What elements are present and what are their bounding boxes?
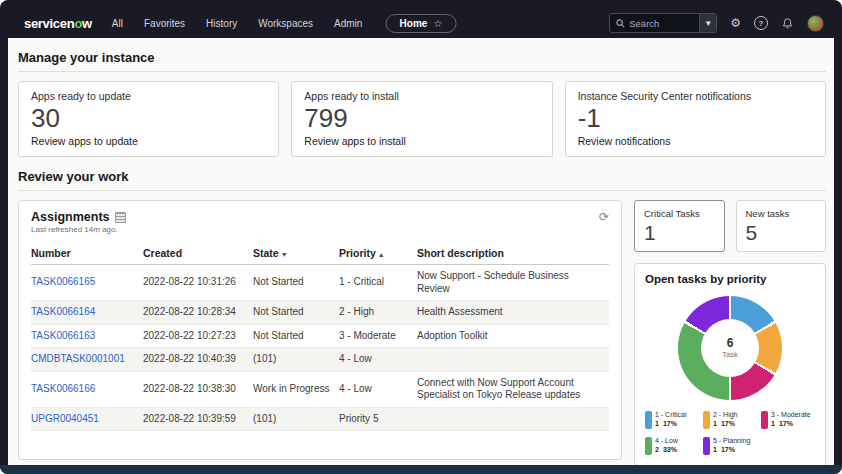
logo-text: servicen (24, 16, 74, 31)
state-cell: (101) (253, 408, 339, 431)
bottom-frame-strip (0, 465, 842, 474)
table-row[interactable]: TASK0066166 2022-08-22 10:38:30 Work in … (31, 372, 609, 408)
kpi-value: 30 (31, 105, 266, 131)
sort-asc-icon: ▲ (378, 251, 385, 258)
nav-item-favorites[interactable]: Favorites (144, 18, 185, 29)
table-row[interactable]: TASK0066164 2022-08-22 10:28:34 Not Star… (31, 301, 609, 325)
kpi-value: -1 (578, 105, 813, 131)
search-scope-dropdown[interactable]: ▼ (699, 14, 716, 32)
chart-title: Open tasks by priority (645, 273, 815, 285)
kpi-label: Apps ready to install (304, 90, 539, 102)
legend-swatch (703, 411, 710, 429)
kpi-card-security-notifications[interactable]: Instance Security Center notifications -… (565, 81, 826, 157)
priority-cell: 4 - Low (339, 378, 417, 401)
manage-instance-cards: Apps ready to update 30 Review apps to u… (18, 81, 826, 157)
table-header-row: Number Created State▼ Priority▲ Short de… (31, 243, 609, 265)
stat-card-critical-tasks[interactable]: Critical Tasks 1 (634, 200, 725, 252)
short-description-cell: Adoption Toolkit (417, 325, 609, 348)
dashboard-content: Manage your instance Apps ready to updat… (8, 38, 834, 465)
state-cell: Not Started (253, 271, 339, 294)
search-placeholder: Search (629, 18, 699, 29)
notifications-bell-icon[interactable] (781, 17, 794, 30)
right-column: Critical Tasks 1 New tasks 5 Open tasks … (634, 200, 826, 465)
task-number-link[interactable]: TASK0066166 (31, 378, 143, 401)
nav-menu: All Favorites History Workspaces Admin (112, 18, 363, 29)
legend-item-high[interactable]: 2 - High 117% (703, 410, 757, 429)
nav-item-all[interactable]: All (112, 18, 123, 29)
table-row[interactable]: CMDBTASK0001001 2022-08-22 10:40:39 (101… (31, 348, 609, 372)
home-button-label: Home (400, 18, 428, 29)
report-table-icon (115, 212, 126, 223)
table-row[interactable]: TASK0066163 2022-08-22 10:27:23 Not Star… (31, 325, 609, 349)
created-cell: 2022-08-22 10:27:23 (143, 325, 253, 348)
stat-label: New tasks (746, 208, 817, 219)
nav-item-admin[interactable]: Admin (334, 18, 362, 29)
column-header-priority[interactable]: Priority▲ (339, 243, 417, 264)
sort-desc-icon: ▼ (281, 251, 288, 258)
task-number-link[interactable]: TASK0066165 (31, 271, 143, 294)
stat-card-new-tasks[interactable]: New tasks 5 (736, 200, 827, 252)
short-description-cell: Health Assessment (417, 301, 609, 324)
star-icon[interactable]: ☆ (433, 18, 442, 29)
servicenow-logo[interactable]: servicenow (24, 16, 92, 31)
kpi-value: 799 (304, 105, 539, 131)
column-header-short-description[interactable]: Short description (417, 243, 609, 264)
short-description-cell: Connect with Now Support Account Special… (417, 372, 609, 407)
legend-item-planning[interactable]: 5 - Planning 117% (703, 436, 757, 455)
kpi-card-apps-install[interactable]: Apps ready to install 799 Review apps to… (291, 81, 552, 157)
task-number-link[interactable]: TASK0066164 (31, 301, 143, 324)
priority-cell: 3 - Moderate (339, 325, 417, 348)
donut-center-label: Task (722, 350, 737, 359)
column-header-number[interactable]: Number (31, 243, 143, 264)
table-row[interactable]: TASK0066165 2022-08-22 10:31:26 Not Star… (31, 265, 609, 301)
short-description-cell (417, 414, 609, 424)
kpi-card-apps-update[interactable]: Apps ready to update 30 Review apps to u… (18, 81, 279, 157)
task-number-link[interactable]: UPGR0040451 (31, 408, 143, 431)
state-cell: Not Started (253, 301, 339, 324)
logo-accent-letter: o (74, 16, 82, 31)
created-cell: 2022-08-22 10:31:26 (143, 271, 253, 294)
state-cell: Work in Progress (253, 378, 339, 401)
last-refreshed-text: Last refreshed 14m ago. (31, 225, 609, 234)
section-title-review-work: Review your work (18, 167, 826, 191)
refresh-icon[interactable]: ⟳ (599, 211, 609, 223)
state-cell: (101) (253, 348, 339, 371)
created-cell: 2022-08-22 10:28:34 (143, 301, 253, 324)
kpi-link-review-apps-update[interactable]: Review apps to update (31, 135, 266, 147)
legend-swatch (703, 437, 710, 455)
legend-item-low[interactable]: 4 - Low 233% (645, 436, 699, 455)
assignments-table: Number Created State▼ Priority▲ Short de… (31, 243, 609, 431)
top-nav: servicenow All Favorites History Workspa… (8, 8, 834, 38)
stat-label: Critical Tasks (644, 208, 715, 219)
nav-item-history[interactable]: History (206, 18, 237, 29)
priority-cell: 4 - Low (339, 348, 417, 371)
priority-cell: 1 - Critical (339, 271, 417, 294)
priority-cell: Priority 5 (339, 408, 417, 431)
table-row[interactable]: UPGR0040451 2022-08-22 10:39:59 (101) Pr… (31, 408, 609, 432)
legend-item-moderate[interactable]: 3 - Moderate 117% (761, 410, 815, 429)
kpi-link-review-notifications[interactable]: Review notifications (578, 135, 813, 147)
help-icon[interactable]: ? (754, 16, 768, 30)
nav-item-workspaces[interactable]: Workspaces (258, 18, 313, 29)
state-cell: Not Started (253, 325, 339, 348)
search-input[interactable]: Search ▼ (609, 13, 717, 33)
nav-right-controls: Search ▼ ⚙ ? (609, 13, 824, 33)
column-header-created[interactable]: Created (143, 243, 253, 264)
open-tasks-priority-card: Open tasks by priority 6 Task 1 - Critic… (634, 263, 826, 465)
legend-item-critical[interactable]: 1 - Critical 117% (645, 410, 699, 429)
column-header-state[interactable]: State▼ (253, 243, 339, 264)
legend-swatch (645, 411, 652, 429)
kpi-link-review-apps-install[interactable]: Review apps to install (304, 135, 539, 147)
task-number-link[interactable]: CMDBTASK0001001 (31, 348, 143, 371)
home-button[interactable]: Home ☆ (386, 14, 457, 33)
task-number-link[interactable]: TASK0066163 (31, 325, 143, 348)
assignments-title: Assignments (31, 210, 110, 224)
chart-legend: 1 - Critical 117% 2 - High 117% 3 - Mode… (645, 410, 815, 455)
user-avatar[interactable] (807, 15, 824, 32)
settings-gear-icon[interactable]: ⚙ (730, 17, 741, 29)
priority-cell: 2 - High (339, 301, 417, 324)
short-description-cell: Now Support - Schedule Business Review (417, 265, 609, 300)
search-icon (616, 19, 625, 28)
kpi-label: Apps ready to update (31, 90, 266, 102)
created-cell: 2022-08-22 10:39:59 (143, 408, 253, 431)
